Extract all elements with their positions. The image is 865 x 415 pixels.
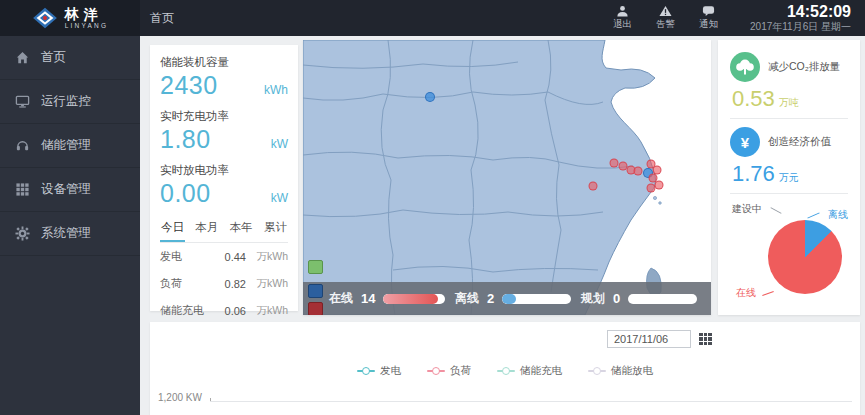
metric-label: 储能装机容量 bbox=[160, 55, 288, 70]
kpi-economic-label: 创造经济价值 bbox=[768, 135, 831, 149]
status-pie bbox=[768, 220, 842, 294]
sidebar-item-storage[interactable]: 储能管理 bbox=[0, 124, 140, 168]
system-gear-icon bbox=[15, 226, 30, 241]
map-marker-red[interactable] bbox=[588, 182, 597, 191]
sidebar-item-label: 首页 bbox=[41, 49, 66, 66]
legend-generation[interactable]: 发电 bbox=[357, 364, 401, 378]
period-tabs: 今日 本月 本年 累计 bbox=[160, 216, 288, 243]
alarm-button[interactable]: 告警 bbox=[656, 5, 675, 31]
map-marker-red[interactable] bbox=[647, 183, 656, 192]
metric-unit: kW bbox=[271, 137, 288, 151]
alarm-icon bbox=[659, 5, 672, 17]
status-pie-chart: 建设中 离线 在线 bbox=[730, 202, 848, 302]
pie-label-offline: 离线 bbox=[828, 208, 848, 222]
date-picker bbox=[607, 330, 712, 348]
dashboard-page: 林洋 LINYANG 首页 退出 告警 bbox=[0, 0, 865, 415]
kpi-co2-value: 0.53 bbox=[732, 86, 775, 112]
legend-storage-discharge[interactable]: 储能放电 bbox=[588, 364, 653, 378]
map-marker-blue[interactable] bbox=[425, 92, 435, 102]
clock-time: 14:52:09 bbox=[750, 3, 851, 21]
sidebar-item-label: 储能管理 bbox=[41, 137, 91, 154]
sidebar-nav: 首页 运行监控 储能管理 bbox=[0, 36, 140, 415]
sidebar-item-monitoring[interactable]: 运行监控 bbox=[0, 80, 140, 124]
map-marker-layer bbox=[303, 40, 711, 315]
notification-label: 通知 bbox=[699, 18, 718, 31]
calendar-grid-icon[interactable] bbox=[699, 333, 712, 345]
metric-installed-capacity: 储能装机容量 2430 kWh bbox=[160, 52, 288, 106]
kpi-economic-unit: 万元 bbox=[779, 171, 799, 185]
topbar-actions: 退出 告警 通知 14:52:09 2017年11月6日 星期一 bbox=[613, 3, 865, 33]
logo-subtitle: LINYANG bbox=[65, 23, 108, 30]
pie-leader-line bbox=[770, 207, 781, 214]
logo-title: 林洋 bbox=[65, 7, 108, 21]
kpi-co2-unit: 万吨 bbox=[779, 96, 799, 110]
kpi-co2: 减少CO₂排放量 bbox=[730, 52, 848, 82]
status-offline: 离线 2 bbox=[455, 290, 571, 307]
online-progress-track bbox=[383, 294, 445, 304]
metric-value: 1.80 bbox=[160, 125, 211, 154]
metric-unit: kWh bbox=[264, 83, 288, 97]
kpi-economic: ¥ 创造经济价值 bbox=[730, 127, 848, 157]
logout-button[interactable]: 退出 bbox=[613, 5, 632, 31]
kpi-co2-label: 减少CO₂排放量 bbox=[768, 60, 840, 74]
chart-legend: 发电 负荷 储能充电 储能放电 bbox=[150, 364, 860, 378]
offline-progress-fill bbox=[502, 294, 516, 304]
storage-stats-card: 储能装机容量 2430 kWh 实时充电功率 1.80 kW 实时放电功率 0.… bbox=[150, 45, 298, 311]
metric-value: 2430 bbox=[160, 71, 218, 100]
power-chart-panel: 发电 负荷 储能充电 储能放电 1,200 KW bbox=[150, 322, 860, 415]
pie-label-building: 建设中 bbox=[732, 202, 762, 216]
table-row-generation: 发电 0.44 万kWh bbox=[160, 243, 288, 270]
sidebar-item-label: 运行监控 bbox=[41, 93, 91, 110]
map-legend-square-green bbox=[308, 260, 323, 274]
home-icon bbox=[15, 50, 30, 65]
metric-label: 实时充电功率 bbox=[160, 109, 288, 124]
metric-charging-power: 实时充电功率 1.80 kW bbox=[160, 106, 288, 160]
kpi-economic-value: 1.76 bbox=[732, 161, 775, 187]
offline-progress-track bbox=[502, 294, 571, 304]
notification-icon bbox=[702, 5, 715, 17]
metric-unit: kW bbox=[271, 191, 288, 205]
notification-button[interactable]: 通知 bbox=[699, 5, 718, 31]
map-status-bar: 在线 14 离线 2 规划 0 bbox=[303, 282, 711, 315]
metric-label: 实时放电功率 bbox=[160, 163, 288, 178]
sidebar-item-home[interactable]: 首页 bbox=[0, 36, 140, 80]
tab-month[interactable]: 本月 bbox=[194, 216, 219, 242]
clock: 14:52:09 2017年11月6日 星期一 bbox=[750, 3, 851, 33]
status-online: 在线 14 bbox=[329, 290, 445, 307]
pie-label-online: 在线 bbox=[736, 286, 756, 300]
pie-leader-line bbox=[762, 291, 774, 296]
metric-discharging-power: 实时放电功率 0.00 kW bbox=[160, 160, 288, 214]
tab-today[interactable]: 今日 bbox=[160, 216, 185, 242]
sidebar-item-label: 系统管理 bbox=[41, 225, 91, 242]
date-input[interactable] bbox=[607, 330, 691, 348]
monitor-icon bbox=[15, 94, 30, 109]
breadcrumb-home[interactable]: 首页 bbox=[150, 10, 174, 27]
metric-value: 0.00 bbox=[160, 179, 211, 208]
map-marker-red[interactable] bbox=[610, 158, 619, 167]
y-axis-top-label: 1,200 KW bbox=[158, 392, 202, 403]
table-row-storage-charge: 储能充电 0.06 万kWh bbox=[160, 297, 288, 324]
sidebar-item-label: 设备管理 bbox=[41, 181, 91, 198]
kpi-panel: 减少CO₂排放量 0.53 万吨 ¥ 创造经济价值 1.76 万元 建设中 离线… bbox=[718, 40, 860, 315]
gridline bbox=[210, 401, 852, 402]
clock-date: 2017年11月6日 星期一 bbox=[750, 21, 851, 33]
status-planned: 规划 0 bbox=[581, 290, 697, 307]
yuan-icon: ¥ bbox=[730, 127, 760, 157]
map-legend-square-blue bbox=[308, 284, 323, 298]
tab-total[interactable]: 累计 bbox=[263, 216, 288, 242]
logo: 林洋 LINYANG bbox=[0, 0, 140, 36]
legend-load[interactable]: 负荷 bbox=[427, 364, 471, 378]
legend-storage-charge[interactable]: 储能充电 bbox=[497, 364, 562, 378]
map-marker-red[interactable] bbox=[655, 180, 664, 189]
tab-year[interactable]: 本年 bbox=[229, 216, 254, 242]
logout-label: 退出 bbox=[613, 18, 632, 31]
table-row-load: 负荷 0.82 万kWh bbox=[160, 270, 288, 297]
storage-icon bbox=[15, 138, 30, 153]
divider bbox=[730, 193, 848, 194]
logout-icon bbox=[616, 5, 629, 17]
top-bar: 林洋 LINYANG 首页 退出 告警 bbox=[0, 0, 865, 36]
station-map-panel: 在线 14 离线 2 规划 0 bbox=[303, 40, 711, 315]
sidebar-item-system[interactable]: 系统管理 bbox=[0, 212, 140, 256]
map-marker-red[interactable] bbox=[634, 166, 643, 175]
sidebar-item-devices[interactable]: 设备管理 bbox=[0, 168, 140, 212]
